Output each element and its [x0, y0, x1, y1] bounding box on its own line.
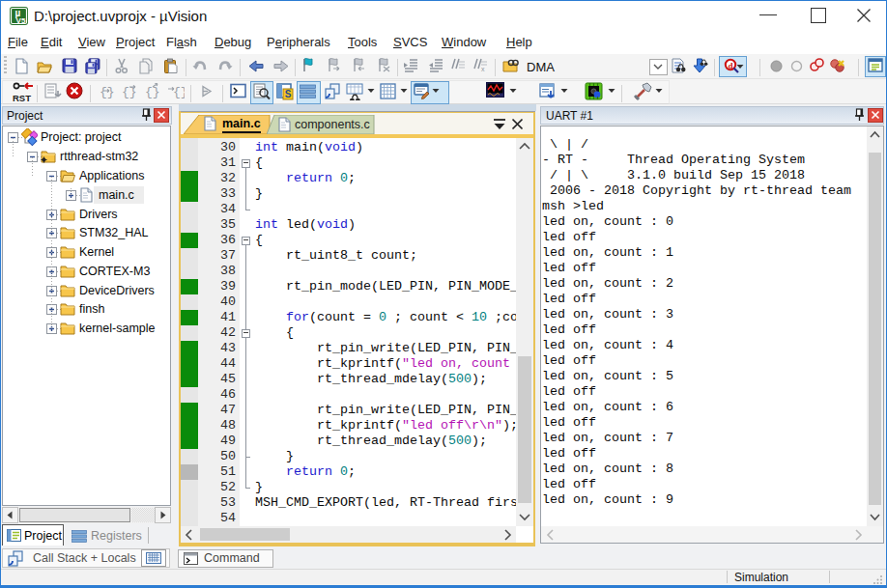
- svg-text:V5: V5: [16, 16, 26, 25]
- svg-text:x: x: [481, 66, 485, 72]
- svg-text:S: S: [285, 89, 292, 99]
- svg-text:RST: RST: [13, 93, 31, 103]
- svg-text:{}: {}: [100, 85, 115, 99]
- svg-text:d: d: [728, 61, 732, 70]
- svg-text:{}: {}: [173, 85, 185, 99]
- svg-text:{}: {}: [145, 85, 160, 99]
